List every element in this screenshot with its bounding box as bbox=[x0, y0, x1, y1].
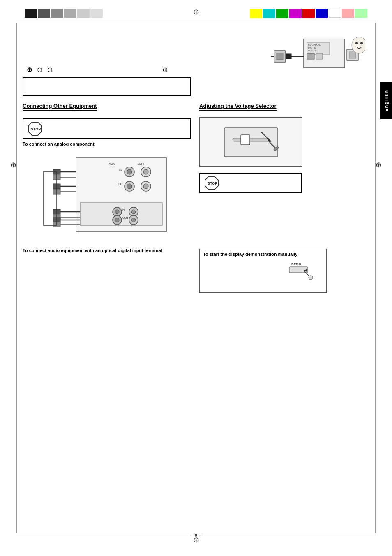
stop-sign-icon-2: STOP bbox=[204, 176, 219, 190]
bar-dark-gray bbox=[38, 9, 50, 18]
svg-text:STOP: STOP bbox=[208, 181, 217, 185]
svg-text:CD OPTICAL: CD OPTICAL bbox=[308, 44, 321, 46]
bar-red bbox=[302, 9, 315, 18]
svg-rect-64 bbox=[233, 138, 270, 141]
svg-text:LEFT: LEFT bbox=[138, 162, 145, 165]
svg-text:DIGITAL: DIGITAL bbox=[308, 46, 316, 49]
bar-light-green bbox=[355, 9, 367, 18]
demo-title-text: To start the display demonstration manua… bbox=[200, 249, 326, 258]
page-number: – 8 – bbox=[191, 533, 202, 539]
demo-button-area: DEMO bbox=[200, 258, 326, 292]
svg-text:OUT: OUT bbox=[122, 216, 129, 219]
voltage-selector-title: Adjusting the Voltage Selector bbox=[199, 103, 277, 111]
bar-lighter-gray bbox=[77, 9, 90, 18]
right-color-bars bbox=[250, 9, 367, 18]
analog-component-label: To connect an analog component bbox=[23, 141, 95, 147]
bar-black bbox=[25, 9, 37, 18]
svg-text:OUTPUT: OUTPUT bbox=[308, 49, 317, 52]
right-reg-mark: ⊕ bbox=[376, 160, 382, 169]
bar-light-gray bbox=[64, 9, 76, 18]
svg-rect-8 bbox=[285, 54, 291, 59]
svg-point-28 bbox=[127, 184, 132, 189]
plus-symbol-right: ⊕ bbox=[162, 66, 168, 74]
svg-text:AUX: AUX bbox=[109, 162, 115, 165]
minus-symbol-1: ⊖ bbox=[37, 66, 42, 74]
svg-point-16 bbox=[360, 42, 363, 44]
plus-symbol: ⊕ bbox=[27, 66, 32, 74]
svg-point-34 bbox=[115, 210, 119, 214]
svg-rect-13 bbox=[349, 52, 356, 58]
bar-pink bbox=[342, 9, 354, 18]
svg-point-15 bbox=[355, 42, 358, 44]
svg-point-14 bbox=[352, 37, 365, 53]
svg-rect-65 bbox=[241, 135, 250, 145]
voltage-selector-svg bbox=[200, 118, 302, 167]
top-caution-box bbox=[23, 77, 191, 96]
svg-text:IN: IN bbox=[119, 168, 122, 171]
voltage-selector-section: Adjusting the Voltage Selector bbox=[199, 103, 369, 197]
svg-point-75 bbox=[309, 276, 313, 280]
bar-white bbox=[329, 9, 341, 18]
analog-connector-svg: AUX LEFT IN OUT N OUT bbox=[23, 149, 191, 240]
bar-green bbox=[276, 9, 288, 18]
svg-point-26 bbox=[143, 169, 148, 174]
bar-cyan bbox=[263, 9, 275, 18]
svg-point-39 bbox=[115, 218, 119, 222]
optical-digital-subtitle: To connect audio equipment with an optic… bbox=[23, 248, 191, 253]
stop-box-1: STOP bbox=[23, 118, 191, 139]
svg-text:DEMO: DEMO bbox=[291, 262, 301, 266]
svg-text:N: N bbox=[122, 208, 125, 211]
connecting-other-equipment-title: Connecting Other Equipment bbox=[23, 103, 97, 111]
page-border-top bbox=[16, 23, 376, 23]
left-color-bars bbox=[25, 9, 103, 18]
bar-magenta bbox=[289, 9, 302, 18]
connector-symbols: ⊕ ⊖ ⊖ ⊕ bbox=[27, 66, 53, 74]
voltage-selector-diagram bbox=[199, 117, 302, 167]
optical-digital-section: To connect audio equipment with an optic… bbox=[23, 245, 191, 255]
page-border-left bbox=[16, 23, 17, 533]
stop-caution-area: STOP bbox=[23, 115, 191, 142]
bar-blue bbox=[316, 9, 328, 18]
main-content: CD OPTICAL DIGITAL OUTPUT ⊕ bbox=[23, 27, 369, 529]
english-language-tab: English bbox=[380, 82, 392, 119]
svg-text:STOP: STOP bbox=[31, 127, 41, 131]
analog-subtitle-text: To connect an analog component bbox=[23, 141, 95, 146]
stop-sign-icon: STOP bbox=[28, 121, 42, 136]
top-illustration: CD OPTICAL DIGITAL OUTPUT bbox=[271, 31, 365, 76]
svg-point-42 bbox=[131, 218, 136, 222]
voltage-caution-box: STOP bbox=[199, 173, 302, 193]
minus-symbol-2: ⊖ bbox=[47, 66, 53, 74]
connecting-equipment-section: Connecting Other Equipment bbox=[23, 103, 97, 111]
bar-lightest-gray bbox=[90, 9, 103, 18]
left-reg-mark: ⊕ bbox=[10, 160, 16, 169]
english-label: English bbox=[384, 90, 389, 112]
svg-point-23 bbox=[127, 169, 132, 174]
svg-rect-10 bbox=[277, 53, 283, 60]
top-illustration-svg: CD OPTICAL DIGITAL OUTPUT bbox=[271, 31, 365, 76]
svg-text:OUT: OUT bbox=[118, 183, 125, 185]
demo-button-svg: DEMO bbox=[281, 260, 322, 285]
svg-point-31 bbox=[143, 184, 148, 189]
analog-connector-diagram: AUX LEFT IN OUT N OUT bbox=[23, 149, 191, 240]
bar-yellow bbox=[250, 9, 262, 18]
page-border-right bbox=[375, 23, 376, 533]
top-center-reg-mark: ⊕ bbox=[193, 7, 199, 16]
svg-rect-6 bbox=[316, 53, 323, 59]
bar-mid-gray bbox=[51, 9, 63, 18]
svg-point-37 bbox=[131, 210, 136, 214]
svg-rect-5 bbox=[307, 53, 314, 59]
demo-box: To start the display demonstration manua… bbox=[199, 249, 327, 293]
